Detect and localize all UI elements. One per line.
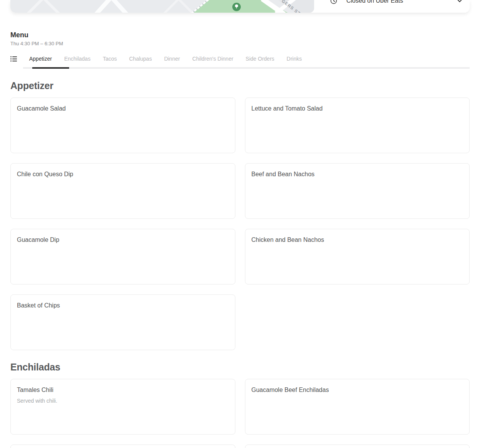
menu-item-card[interactable]: Tamales Chili Served with chili. bbox=[10, 379, 235, 435]
category-tab-bar: AppetizerEnchiladasTacosChalupasDinnerCh… bbox=[10, 53, 470, 69]
menu-item-title: Basket of Chips bbox=[17, 302, 229, 309]
category-tab[interactable]: Chalupas bbox=[129, 56, 152, 62]
page: GERS ST Closed on Uber Eats Menu Thu 4:3… bbox=[0, 0, 480, 448]
menu-item-title: Guacamole Beef Enchiladas bbox=[252, 386, 463, 394]
tab-track bbox=[23, 67, 470, 69]
menu-section: Appetizer Guacamole Salad Lettuce and To… bbox=[10, 79, 470, 350]
category-tab[interactable]: Children's Dinner bbox=[192, 56, 233, 62]
menu-item-title: Beef and Bean Nachos bbox=[252, 170, 463, 178]
menu-item-title: Lettuce and Tomato Salad bbox=[252, 105, 463, 112]
category-tab[interactable]: Drinks bbox=[286, 56, 302, 62]
park-pin-icon bbox=[232, 3, 241, 11]
store-status-dropdown[interactable]: Closed on Uber Eats bbox=[330, 0, 462, 5]
section-card-grid: Guacamole Salad Lettuce and Tomato Salad… bbox=[10, 98, 470, 350]
menu-item-title: Guacamole Salad bbox=[17, 105, 229, 112]
store-location-map[interactable]: GERS ST bbox=[10, 0, 314, 13]
store-status-text: Closed on Uber Eats bbox=[346, 0, 403, 4]
menu-sections: Appetizer Guacamole Salad Lettuce and To… bbox=[10, 79, 470, 448]
menu-hours: Thu 4:30 PM – 6:30 PM bbox=[10, 41, 470, 46]
menu-item-card[interactable]: Beef and Bean Nachos bbox=[245, 163, 470, 219]
store-header-card: GERS ST Closed on Uber Eats bbox=[10, 0, 470, 13]
category-tab[interactable]: Side Orders bbox=[246, 56, 275, 62]
map-road bbox=[160, 0, 182, 13]
menu-item-title: Chile con Queso Dip bbox=[17, 170, 229, 178]
menu-item-title: Tamales Chili bbox=[17, 386, 229, 394]
section-heading: Enchiladas bbox=[10, 361, 470, 373]
category-tab[interactable]: Dinner bbox=[164, 56, 180, 62]
map-road bbox=[41, 0, 63, 13]
map-road bbox=[24, 0, 46, 13]
menu-item-card[interactable]: Basket of Chips bbox=[10, 294, 235, 350]
section-card-grid: Tamales Chili Served with chili. Guacamo… bbox=[10, 379, 470, 448]
clock-icon bbox=[330, 0, 337, 4]
category-tab[interactable]: Tacos bbox=[103, 56, 117, 62]
list-icon[interactable] bbox=[10, 56, 17, 62]
menu-item-card-partial[interactable] bbox=[245, 445, 470, 448]
store-status-panel: Closed on Uber Eats bbox=[314, 0, 470, 13]
menu-item-card[interactable]: Chile con Queso Dip bbox=[10, 163, 235, 219]
active-tab-indicator bbox=[32, 67, 69, 69]
tabs-container: AppetizerEnchiladasTacosChalupasDinnerCh… bbox=[23, 56, 308, 62]
menu-item-card[interactable]: Lettuce and Tomato Salad bbox=[245, 98, 470, 153]
map-road bbox=[108, 0, 132, 13]
menu-section: Enchiladas Tamales Chili Served with chi… bbox=[10, 361, 470, 448]
menu-title: Menu bbox=[10, 31, 470, 39]
menu-item-title: Guacamole Dip bbox=[17, 236, 229, 244]
category-tab[interactable]: Appetizer bbox=[29, 56, 52, 62]
menu-item-description: Served with chili. bbox=[17, 397, 229, 404]
menu-item-card-partial[interactable] bbox=[10, 445, 235, 448]
menu-item-card[interactable]: Guacamole Salad bbox=[10, 98, 235, 153]
menu-item-card[interactable]: Guacamole Beef Enchiladas bbox=[245, 379, 470, 435]
menu-item-card[interactable]: Chicken and Bean Nachos bbox=[245, 229, 470, 284]
category-tab[interactable]: Enchiladas bbox=[64, 56, 91, 62]
menu-header: Menu Thu 4:30 PM – 6:30 PM bbox=[10, 31, 470, 46]
menu-item-title: Chicken and Bean Nachos bbox=[252, 236, 463, 244]
map-road bbox=[90, 0, 115, 13]
tab-row: AppetizerEnchiladasTacosChalupasDinnerCh… bbox=[10, 53, 470, 65]
menu-item-card[interactable]: Guacamole Dip bbox=[10, 229, 235, 284]
chevron-down-icon bbox=[457, 0, 462, 2]
section-heading: Appetizer bbox=[10, 79, 470, 92]
